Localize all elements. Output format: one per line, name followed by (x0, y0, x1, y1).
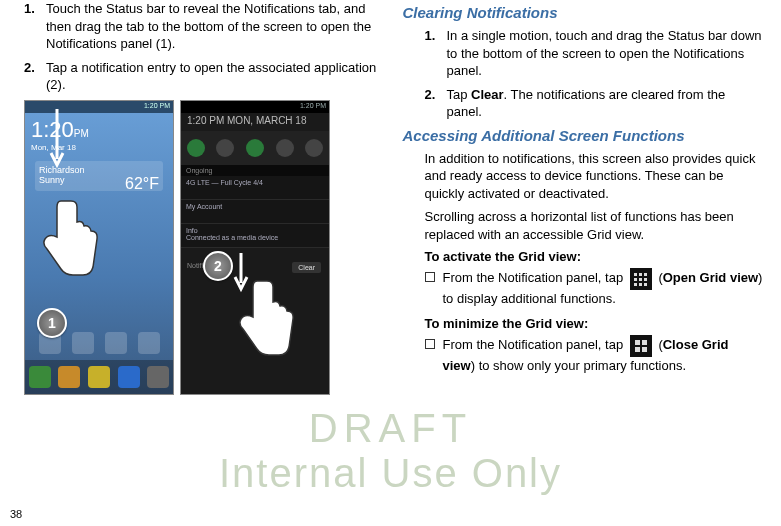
status-bar: 1:20 PM (181, 101, 329, 113)
toggle-bt-icon (305, 139, 323, 157)
notif-item: My Account (181, 200, 329, 224)
step-text: Tap a notification entry to open the ass… (46, 59, 385, 94)
step-text: In a single motion, touch and drag the S… (447, 27, 764, 80)
step-text: Tap Clear. The notifications are cleared… (447, 86, 764, 121)
page-number: 38 (10, 508, 22, 520)
left-step-1: 1. Touch the Status bar to reveal the No… (24, 0, 385, 53)
callout-badge-1: 1 (37, 308, 67, 338)
close-grid-icon (630, 335, 652, 357)
text: From the Notification panel, tap (443, 337, 627, 352)
toggle-rotate-icon (276, 139, 294, 157)
watermark-line2: Internal Use Only (0, 451, 781, 496)
notif-item: 4G LTE — Full Cycle 4/4 (181, 176, 329, 200)
bullet-icon (425, 272, 435, 282)
minimize-heading: To minimize the Grid view: (425, 316, 764, 331)
clear-label: Clear (471, 87, 504, 102)
text: Tap (447, 87, 472, 102)
text: ) (758, 271, 762, 286)
quick-toggles (181, 131, 329, 166)
notif-sub: Connected as a media device (186, 234, 278, 241)
open-grid-label: Open Grid view (663, 271, 758, 286)
bullet-text: From the Notification panel, tap (Close … (443, 335, 764, 375)
bullet-text: From the Notification panel, tap (Open G… (443, 268, 764, 308)
para: In addition to notifications, this scree… (425, 150, 764, 203)
bullet-close-grid: From the Notification panel, tap (Close … (425, 335, 764, 375)
hand-pointer-icon (227, 271, 297, 391)
weather-cond: Sunny (39, 175, 65, 185)
para: Scrolling across a horizontal list of fu… (425, 208, 764, 243)
left-step-2: 2. Tap a notification entry to open the … (24, 59, 385, 94)
watermark-line1: DRAFT (0, 406, 781, 451)
notif-list: Ongoing 4G LTE — Full Cycle 4/4 My Accou… (181, 165, 329, 248)
weather-temp: 62°F (125, 175, 159, 193)
dock (25, 360, 173, 394)
heading-additional: Accessing Additional Screen Functions (403, 127, 764, 144)
text: From the Notification panel, tap (443, 271, 627, 286)
panel-datetime: 1:20 PM MON, MARCH 18 (187, 115, 306, 126)
bullet-icon (425, 339, 435, 349)
step-number: 2. (24, 59, 46, 94)
toggle-sound-icon (246, 139, 264, 157)
open-grid-icon (630, 268, 652, 290)
callout-badge-2: 2 (203, 251, 233, 281)
clear-step-2: 2. Tap Clear. The notifications are clea… (425, 86, 764, 121)
phone-panel-screenshot: 1:20 PM 1:20 PM MON, MARCH 18 Ongoing 4G… (180, 100, 330, 395)
activate-heading: To activate the Grid view: (425, 249, 764, 264)
clear-step-1: 1. In a single motion, touch and drag th… (425, 27, 764, 80)
step-number: 1. (24, 0, 46, 53)
status-bar: 1:20 PM (25, 101, 173, 113)
text: to display additional functions. (443, 291, 616, 306)
toggle-wifi-icon (187, 139, 205, 157)
bullet-open-grid: From the Notification panel, tap (Open G… (425, 268, 764, 308)
phone-home-screenshot: 1:20 PM 1:20PM Mon, Mar 18 Richardson Su… (24, 100, 174, 395)
notif-title: Info (186, 227, 198, 234)
toggle-gps-icon (216, 139, 234, 157)
ongoing-header: Ongoing (181, 165, 329, 176)
drag-arrow-icon (49, 109, 65, 169)
heading-clearing: Clearing Notifications (403, 4, 764, 21)
step-number: 1. (425, 27, 447, 80)
screenshot-row: 1:20 PM 1:20PM Mon, Mar 18 Richardson Su… (24, 100, 385, 395)
draft-watermark: DRAFT Internal Use Only (0, 406, 781, 496)
step-text: Touch the Status bar to reveal the Notif… (46, 0, 385, 53)
hand-pointer-icon (31, 191, 101, 311)
clock-ampm: PM (74, 128, 89, 139)
step-number: 2. (425, 86, 447, 121)
notif-item: Info Connected as a media device (181, 224, 329, 248)
text: to show only your primary functions. (475, 358, 686, 373)
